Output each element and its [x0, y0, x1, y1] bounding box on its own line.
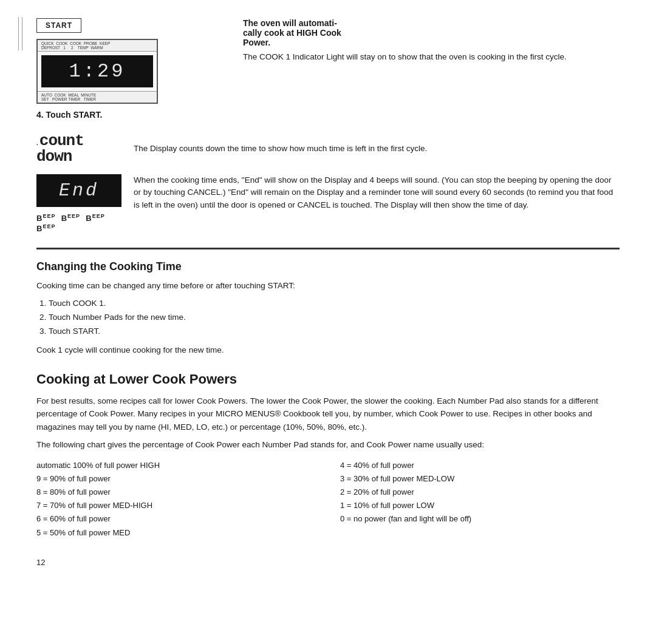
beep-text: BEEP BEEP BEEP BEEP	[36, 213, 121, 233]
section-divider	[36, 248, 620, 249]
countdown-description: The Display counts down the time to show…	[134, 143, 427, 155]
power-row-0: automatic 100% of full power HIGH	[36, 459, 316, 472]
power-row-r2: 2 = 20% of full power	[340, 486, 620, 499]
top-section: START QUICK COOK COOK PROBE KEEPDEFROST …	[36, 18, 620, 120]
power-table: automatic 100% of full power HIGH 9 = 90…	[36, 459, 620, 540]
lower-powers-para2: The following chart gives the percentage…	[36, 438, 620, 452]
step-3: Touch START.	[49, 325, 620, 339]
display-time: 1:29	[47, 60, 147, 83]
display-bottom-bar: AUTO COOK MEAL MINUTESET POWER TIMER TIM…	[38, 91, 157, 103]
end-text: End	[45, 180, 113, 201]
changing-conclusion: Cook 1 cycle will continue cooking for t…	[36, 344, 620, 357]
power-row-4: 6 = 60% of full power	[36, 512, 316, 526]
down-word: down	[36, 147, 72, 166]
end-section: End BEEP BEEP BEEP BEEP When the cooking…	[36, 174, 620, 233]
right-column: The oven will automati-cally cook at HIG…	[243, 18, 620, 120]
display-panel: QUICK COOK COOK PROBE KEEPDEFROST 1 2 TE…	[36, 39, 158, 104]
beep3: BEEP	[86, 214, 104, 223]
changing-section: Changing the Cooking Time Cooking time c…	[36, 260, 620, 357]
power-right-col: 4 = 40% of full power 3 = 30% of full po…	[340, 459, 620, 540]
down-line: down	[36, 150, 72, 166]
left-column: START QUICK COOK COOK PROBE KEEPDEFROST …	[36, 18, 231, 120]
beep1: BEEP	[36, 214, 55, 223]
power-row-3: 7 = 70% of full power MED-HIGH	[36, 499, 316, 512]
display-screen: 1:29	[41, 55, 153, 87]
changing-title: Changing the Cooking Time	[36, 260, 620, 273]
countdown-graphic: . count down	[36, 132, 121, 166]
start-button-label: START	[36, 18, 81, 33]
end-display-wrapper: End BEEP BEEP BEEP BEEP	[36, 174, 121, 233]
display-top-bar: QUICK COOK COOK PROBE KEEPDEFROST 1 2 TE…	[38, 40, 157, 52]
power-row-r4: 0 = no power (fan and light will be off)	[340, 512, 620, 526]
oven-body: The COOK 1 Indicator Light will stay on …	[243, 51, 620, 63]
changing-steps-list: Touch COOK 1. Touch Number Pads for the …	[49, 297, 620, 339]
page-number: 12	[36, 558, 620, 567]
dot-count: .	[36, 140, 38, 146]
power-row-5: 5 = 50% of full power MED	[36, 526, 316, 540]
power-row-2: 8 = 80% of full power	[36, 486, 316, 499]
end-screen: End	[36, 174, 121, 207]
lower-powers-section: Cooking at Lower Cook Powers For best re…	[36, 371, 620, 540]
display-top-labels: QUICK COOK COOK PROBE KEEPDEFROST 1 2 TE…	[41, 41, 110, 50]
page-container: START QUICK COOK COOK PROBE KEEPDEFROST …	[36, 18, 620, 567]
lower-powers-para1: For best results, some recipes call for …	[36, 395, 620, 434]
oven-heading: The oven will automati-cally cook at HIG…	[243, 18, 620, 47]
changing-intro: Cooking time can be changed any time bef…	[36, 279, 620, 293]
step-2: Touch Number Pads for the new time.	[49, 311, 620, 325]
decorative-bars	[18, 17, 22, 50]
power-row-r3: 1 = 10% of full power LOW	[340, 499, 620, 512]
step4-label: 4. Touch START.	[36, 110, 102, 120]
power-row-r0: 4 = 40% of full power	[340, 459, 620, 472]
display-bottom-labels: AUTO COOK MEAL MINUTESET POWER TIMER TIM…	[41, 93, 96, 101]
beep2: BEEP	[61, 214, 80, 223]
beep4: BEEP	[36, 224, 55, 233]
countdown-section: . count down The Display counts down the…	[36, 132, 620, 166]
step-1: Touch COOK 1.	[49, 297, 620, 311]
end-description: When the cooking time ends, "End" will s…	[134, 174, 620, 211]
vbar-left	[18, 17, 19, 50]
vbar-right	[22, 17, 22, 50]
power-row-r1: 3 = 30% of full power MED-LOW	[340, 472, 620, 486]
lower-powers-title: Cooking at Lower Cook Powers	[36, 371, 620, 387]
power-left-col: automatic 100% of full power HIGH 9 = 90…	[36, 459, 316, 540]
power-row-1: 9 = 90% of full power	[36, 472, 316, 486]
